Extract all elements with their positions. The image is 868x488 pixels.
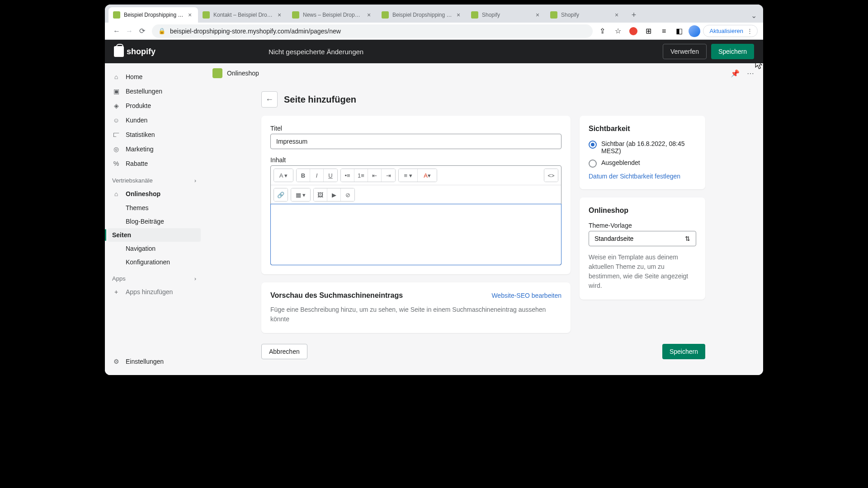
page-back-button[interactable]: ←: [261, 91, 278, 108]
sidebar-sub-blog[interactable]: Blog-Beiträge: [105, 215, 203, 228]
reading-list-icon[interactable]: ≡: [658, 25, 670, 38]
plus-icon: +: [112, 288, 120, 296]
visibility-visible-radio[interactable]: Sichtbar (ab 16.8.2022, 08:45 MESZ): [589, 140, 696, 155]
video-button[interactable]: ▶: [327, 188, 341, 201]
browser-tab[interactable]: News – Beispiel Dropshipp×: [288, 7, 377, 23]
seo-heading: Vorschau des Suchmaschineneintrags: [270, 291, 403, 300]
forward-icon[interactable]: →: [123, 25, 136, 38]
browser-tab[interactable]: Shopify×: [467, 7, 546, 23]
save-button[interactable]: Speichern: [711, 44, 754, 59]
favicon-icon: [471, 11, 478, 19]
sidebar-sub-navigation[interactable]: Navigation: [105, 242, 203, 255]
sidebar-section-apps[interactable]: Apps›: [105, 269, 203, 285]
browser-tab[interactable]: Kontakt – Beispiel Dropship×: [198, 7, 288, 23]
url-input[interactable]: 🔒beispiel-dropshipping-store.myshopify.c…: [152, 24, 593, 38]
favicon-icon: [203, 11, 210, 19]
sidebar-sub-config[interactable]: Konfigurationen: [105, 255, 203, 269]
browser-tab[interactable]: Beispiel Dropshipping Store×: [108, 7, 198, 23]
gear-icon: ⚙: [112, 357, 120, 366]
new-tab-button[interactable]: +: [627, 9, 640, 21]
url-text: beispiel-dropshipping-store.myshopify.co…: [170, 28, 341, 35]
bold-button[interactable]: B: [297, 169, 310, 182]
clear-format-button[interactable]: ⊘: [341, 188, 354, 201]
seo-edit-link[interactable]: Website-SEO bearbeiten: [491, 292, 561, 299]
sidebar-sub-pages[interactable]: Seiten: [108, 228, 201, 242]
share-icon[interactable]: ⇪: [596, 25, 609, 38]
link-button[interactable]: 🔗: [274, 188, 288, 201]
chevron-right-icon: ›: [194, 177, 196, 184]
browser-tab[interactable]: Beispiel Dropshipping Store×: [377, 7, 467, 23]
html-button[interactable]: <>: [544, 169, 558, 182]
italic-button[interactable]: I: [310, 169, 324, 182]
sidebar-sub-themes[interactable]: Themes: [105, 201, 203, 215]
more-icon[interactable]: ⋯: [747, 69, 754, 78]
sidebar-item-customers[interactable]: ☺Kunden: [105, 113, 203, 127]
template-select[interactable]: Standardseite ⇅: [589, 231, 696, 246]
sidebar-item-home[interactable]: ⌂Home: [105, 70, 203, 84]
browser-tab[interactable]: Shopify×: [546, 7, 625, 23]
close-icon[interactable]: ×: [613, 11, 620, 19]
visibility-hidden-radio[interactable]: Ausgeblendet: [589, 159, 696, 168]
image-button[interactable]: 🖼: [314, 188, 327, 201]
main-content: Onlineshop 📌⋯ ← Seite hinzufügen Titel I…: [203, 63, 763, 375]
extensions-icon[interactable]: ⊞: [642, 25, 655, 38]
close-icon[interactable]: ×: [365, 11, 373, 19]
seo-description: Füge eine Beschreibung hinzu, um zu sehe…: [270, 305, 561, 324]
bullet-list-button[interactable]: •≡: [341, 169, 354, 182]
radio-icon: [589, 141, 597, 149]
panel-icon[interactable]: ◧: [673, 25, 686, 38]
editor-textarea[interactable]: [270, 204, 561, 265]
set-visibility-date-link[interactable]: Datum der Sichtbarkeit festlegen: [589, 173, 680, 180]
reload-icon[interactable]: ⟳: [136, 25, 148, 38]
shopify-logo[interactable]: shopify: [114, 46, 156, 57]
profile-avatar[interactable]: [689, 25, 700, 37]
sidebar-item-analytics[interactable]: ⫍Statistiken: [105, 127, 203, 142]
breadcrumb-text[interactable]: Onlineshop: [227, 70, 259, 77]
template-card: Onlineshop Theme-Vorlage Standardseite ⇅…: [580, 197, 705, 300]
numbered-list-button[interactable]: 1≡: [354, 169, 368, 182]
close-icon[interactable]: ×: [276, 11, 283, 19]
align-dropdown[interactable]: ≡ ▾: [399, 169, 418, 182]
indent-button[interactable]: ⇥: [382, 169, 395, 182]
table-button[interactable]: ▦ ▾: [291, 188, 310, 201]
underline-button[interactable]: U: [324, 169, 337, 182]
browser-tabs-bar: Beispiel Dropshipping Store× Kontakt – B…: [105, 5, 763, 23]
tabs-dropdown-icon[interactable]: ⌄: [751, 11, 757, 20]
template-label: Theme-Vorlage: [589, 222, 696, 229]
close-icon[interactable]: ×: [455, 11, 462, 19]
template-heading: Onlineshop: [589, 206, 696, 215]
close-icon[interactable]: ×: [186, 11, 193, 19]
sidebar-item-discounts[interactable]: %Rabatte: [105, 156, 203, 171]
sidebar-item-onlineshop[interactable]: ⌂Onlineshop: [105, 187, 203, 201]
breadcrumb: Onlineshop 📌⋯: [203, 63, 763, 83]
star-icon[interactable]: ☆: [612, 25, 624, 38]
sidebar-item-settings[interactable]: ⚙Einstellungen: [105, 354, 203, 369]
sidebar-item-marketing[interactable]: ◎Marketing: [105, 142, 203, 156]
discard-button[interactable]: Verwerfen: [663, 44, 707, 59]
save-button-footer[interactable]: Speichern: [662, 344, 705, 359]
discounts-icon: %: [112, 160, 120, 168]
outdent-button[interactable]: ⇤: [368, 169, 382, 182]
sidebar-section-channels[interactable]: Vertriebskanäle›: [105, 171, 203, 187]
paragraph-dropdown[interactable]: A ▾: [274, 169, 293, 182]
cancel-button[interactable]: Abbrechen: [261, 344, 307, 359]
visibility-heading: Sichtbarkeit: [589, 125, 696, 133]
update-button[interactable]: Aktualisieren⋮: [703, 25, 758, 37]
favicon-icon: [550, 11, 557, 19]
sidebar-item-orders[interactable]: ▣Bestellungen: [105, 84, 203, 99]
pin-icon[interactable]: 📌: [731, 69, 740, 78]
lock-icon: 🔒: [158, 28, 165, 34]
color-dropdown[interactable]: A ▾: [418, 169, 437, 182]
marketing-icon: ◎: [112, 145, 120, 153]
content-card: Titel Inhalt A ▾ B I U: [261, 116, 571, 274]
favicon-icon: [113, 11, 120, 19]
back-icon[interactable]: ←: [110, 25, 123, 38]
title-input[interactable]: [270, 134, 561, 149]
menu-icon[interactable]: ⋮: [747, 28, 753, 34]
unsaved-changes-label: Nicht gespeicherte Änderungen: [269, 48, 363, 56]
sidebar-add-apps[interactable]: +Apps hinzufügen: [105, 285, 203, 299]
close-icon[interactable]: ×: [534, 11, 541, 19]
extension-icon[interactable]: [627, 25, 640, 38]
template-help: Weise ein Template aus deinem aktuellen …: [589, 253, 696, 291]
sidebar-item-products[interactable]: ◈Produkte: [105, 99, 203, 113]
